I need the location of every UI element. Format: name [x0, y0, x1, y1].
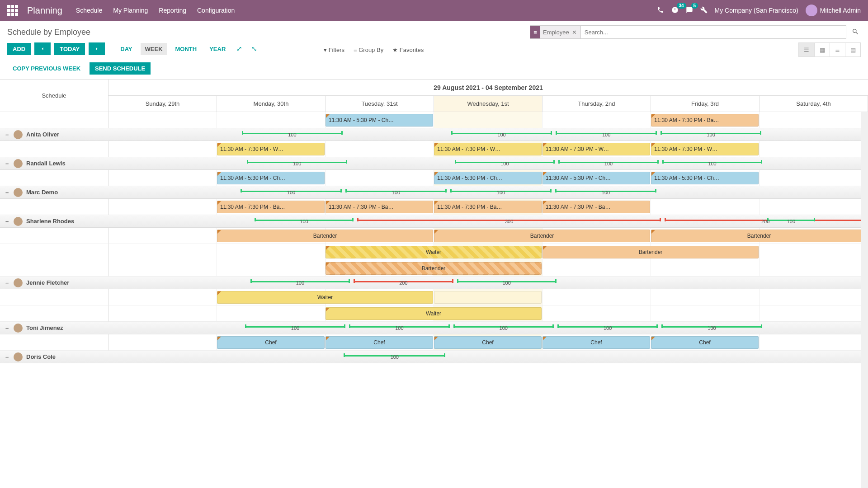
- employee-header[interactable]: –Jennie Fletcher100200100: [0, 277, 868, 289]
- shift-bar[interactable]: Bartender: [326, 262, 542, 275]
- shift-bar[interactable]: 11:30 AM - 7:30 PM - Ba…: [434, 201, 542, 213]
- collapse-toggle-icon[interactable]: –: [5, 353, 10, 360]
- shift-bar[interactable]: 11:30 AM - 5:30 PM - Ch…: [651, 172, 759, 184]
- collapse-toggle-icon[interactable]: –: [5, 218, 10, 225]
- gantt-cell[interactable]: [760, 244, 868, 260]
- shift-bar[interactable]: Chef: [217, 336, 325, 349]
- shift-bar[interactable]: 11:30 AM - 5:30 PM - Ch…: [434, 172, 542, 184]
- scrollbar[interactable]: ▲: [861, 80, 868, 488]
- collapse-toggle-icon[interactable]: –: [5, 324, 10, 331]
- gantt-cell[interactable]: [651, 305, 760, 322]
- expand-icon[interactable]: ⤢: [234, 45, 245, 53]
- debug-icon[interactable]: [700, 6, 708, 15]
- range-week[interactable]: WEEK: [141, 43, 167, 55]
- shift-bar[interactable]: Waiter: [217, 291, 433, 304]
- gantt-cell[interactable]: [760, 170, 868, 186]
- gantt-cell[interactable]: [108, 199, 217, 215]
- send-schedule-button[interactable]: SEND SCHEDULE: [90, 62, 151, 75]
- user-menu[interactable]: Mitchell Admin: [806, 5, 861, 16]
- discuss-icon[interactable]: 5: [686, 6, 693, 15]
- copy-previous-week-button[interactable]: COPY PREVIOUS WEEK: [7, 62, 86, 75]
- gantt-cell[interactable]: [108, 228, 217, 244]
- collapse-toggle-icon[interactable]: –: [5, 189, 10, 196]
- shift-bar[interactable]: 11:30 AM - 7:30 PM - W…: [542, 143, 650, 155]
- gantt-cell[interactable]: [108, 260, 217, 277]
- employee-header[interactable]: –Doris Cole100: [0, 351, 868, 363]
- gantt-cell[interactable]: [651, 260, 760, 277]
- menu-configuration[interactable]: Configuration: [197, 7, 235, 14]
- favorites-dropdown[interactable]: ★ Favorites: [392, 47, 424, 53]
- shift-bar[interactable]: 11:30 AM - 7:30 PM - Ba…: [542, 201, 650, 213]
- search-input[interactable]: [581, 29, 846, 36]
- shift-bar[interactable]: Chef: [326, 336, 433, 349]
- employee-header[interactable]: –Randall Lewis100100100100: [0, 157, 868, 170]
- filters-dropdown[interactable]: ▾ Filters: [324, 47, 344, 53]
- shift-bar[interactable]: [434, 291, 542, 304]
- search-box[interactable]: ≡ Employee ✕: [530, 25, 846, 39]
- view-calendar-icon[interactable]: ▦: [814, 43, 830, 56]
- gantt-cell[interactable]: [217, 305, 326, 322]
- menu-schedule[interactable]: Schedule: [76, 7, 102, 14]
- gantt-cell[interactable]: [760, 260, 868, 277]
- shift-bar[interactable]: 11:30 AM - 7:30 PM - W…: [217, 143, 325, 155]
- gantt-cell[interactable]: [108, 289, 217, 305]
- collapse-toggle-icon[interactable]: –: [5, 160, 10, 167]
- gantt-cell[interactable]: [760, 334, 868, 351]
- gantt-cell[interactable]: [217, 260, 326, 277]
- employee-header[interactable]: –Toni Jimenez100100100100100: [0, 322, 868, 334]
- facet-remove-icon[interactable]: ✕: [569, 29, 580, 36]
- search-icon[interactable]: [846, 28, 861, 37]
- gantt-cell[interactable]: [108, 112, 217, 128]
- collapse-toggle-icon[interactable]: –: [5, 131, 10, 138]
- shift-bar[interactable]: 11:30 AM - 7:30 PM - Ba…: [217, 201, 325, 213]
- apps-icon[interactable]: [7, 5, 18, 16]
- gantt-cell[interactable]: [217, 244, 326, 260]
- gantt-cell[interactable]: [760, 141, 868, 157]
- employee-header[interactable]: –Marc Demo100100100100: [0, 186, 868, 199]
- shift-bar[interactable]: 11:30 AM - 5:30 PM - Ch…: [542, 172, 650, 184]
- groupby-dropdown[interactable]: ≡ Group By: [354, 47, 383, 53]
- company-switcher[interactable]: My Company (San Francisco): [715, 7, 798, 14]
- shift-bar[interactable]: 11:30 AM - 7:30 PM - Ba…: [651, 114, 759, 127]
- shift-bar[interactable]: Chef: [542, 336, 650, 349]
- view-gantt-icon[interactable]: ☰: [799, 43, 814, 56]
- gantt-cell[interactable]: [326, 141, 434, 157]
- view-kanban-icon[interactable]: ▤: [845, 43, 860, 56]
- range-day[interactable]: DAY: [116, 43, 137, 55]
- today-button[interactable]: TODAY: [54, 43, 85, 55]
- shift-bar[interactable]: Bartender: [651, 230, 867, 242]
- gantt-cell[interactable]: [108, 170, 217, 186]
- shift-bar[interactable]: 11:30 AM - 7:30 PM - Ba…: [326, 201, 433, 213]
- employee-header[interactable]: –Sharlene Rhodes100300200100: [0, 215, 868, 228]
- gantt-cell[interactable]: [542, 260, 651, 277]
- gantt-cell[interactable]: [542, 112, 651, 128]
- gantt-cell[interactable]: [434, 112, 542, 128]
- employee-header[interactable]: –Anita Oliver100100100100: [0, 128, 868, 141]
- shift-bar[interactable]: Bartender: [542, 246, 759, 258]
- shift-bar[interactable]: 11:30 AM - 5:30 PM - Ch…: [326, 114, 433, 127]
- gantt-cell[interactable]: [760, 289, 868, 305]
- collapse-toggle-icon[interactable]: –: [5, 279, 10, 286]
- gantt-cell[interactable]: [108, 244, 217, 260]
- gantt-cell[interactable]: [542, 289, 651, 305]
- menu-reporting[interactable]: Reporting: [159, 7, 186, 14]
- range-month[interactable]: MONTH: [171, 43, 202, 55]
- gantt-cell[interactable]: [651, 199, 760, 215]
- gantt-cell[interactable]: [760, 199, 868, 215]
- shift-bar[interactable]: Bartender: [434, 230, 650, 242]
- shift-bar[interactable]: Chef: [651, 336, 759, 349]
- gantt-cell[interactable]: [760, 112, 868, 128]
- prev-button[interactable]: [34, 42, 51, 55]
- gantt-cell[interactable]: [326, 170, 434, 186]
- shift-bar[interactable]: Waiter: [326, 307, 542, 320]
- gantt-cell[interactable]: [651, 289, 760, 305]
- gantt-cell[interactable]: [108, 305, 217, 322]
- gantt-cell[interactable]: [108, 334, 217, 351]
- gantt-cell[interactable]: [217, 112, 326, 128]
- gantt-cell[interactable]: [760, 305, 868, 322]
- shift-bar[interactable]: Bartender: [217, 230, 433, 242]
- view-list-icon[interactable]: ≣: [830, 43, 845, 56]
- shift-bar[interactable]: 11:30 AM - 7:30 PM - W…: [651, 143, 759, 155]
- shift-bar[interactable]: Chef: [434, 336, 542, 349]
- shift-bar[interactable]: Waiter: [326, 246, 542, 258]
